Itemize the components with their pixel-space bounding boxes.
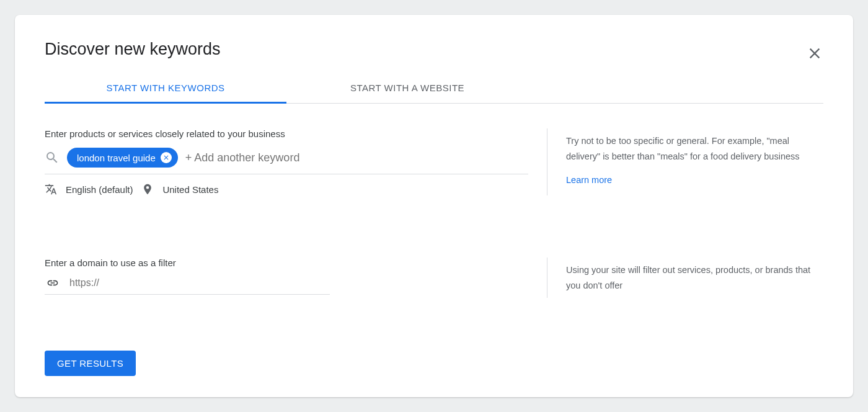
tab-website[interactable]: START WITH A WEBSITE bbox=[286, 74, 528, 103]
keyword-chip-label: london travel guide bbox=[77, 153, 156, 163]
location-selector[interactable]: United States bbox=[162, 184, 218, 195]
tab-keywords[interactable]: START WITH KEYWORDS bbox=[45, 74, 286, 104]
link-icon bbox=[45, 277, 61, 289]
close-button[interactable] bbox=[806, 45, 823, 62]
domain-label: Enter a domain to use as a filter bbox=[45, 258, 528, 268]
learn-more-link[interactable]: Learn more bbox=[566, 175, 612, 185]
get-results-button[interactable]: GET RESULTS bbox=[45, 351, 136, 376]
language-selector[interactable]: English (default) bbox=[66, 184, 133, 195]
add-keyword-input[interactable] bbox=[185, 151, 528, 164]
dialog-card: Discover new keywords START WITH KEYWORD… bbox=[15, 15, 853, 397]
keyword-chip-remove[interactable] bbox=[161, 152, 172, 163]
page-title: Discover new keywords bbox=[45, 40, 823, 59]
tab-bar: START WITH KEYWORDS START WITH A WEBSITE bbox=[45, 74, 823, 104]
keywords-help-text: Try not to be too specific or general. F… bbox=[566, 133, 823, 164]
translate-icon bbox=[45, 183, 57, 195]
domain-help-text: Using your site will filter out services… bbox=[566, 262, 823, 293]
keyword-chip[interactable]: london travel guide bbox=[67, 148, 178, 168]
close-icon bbox=[162, 154, 170, 161]
domain-input-row[interactable] bbox=[45, 277, 330, 295]
location-icon bbox=[141, 183, 154, 195]
keywords-label: Enter products or services closely relat… bbox=[45, 128, 528, 139]
keywords-input-row[interactable]: london travel guide bbox=[45, 148, 528, 174]
domain-input[interactable] bbox=[69, 277, 330, 289]
close-icon bbox=[806, 45, 823, 62]
search-icon bbox=[45, 150, 60, 165]
